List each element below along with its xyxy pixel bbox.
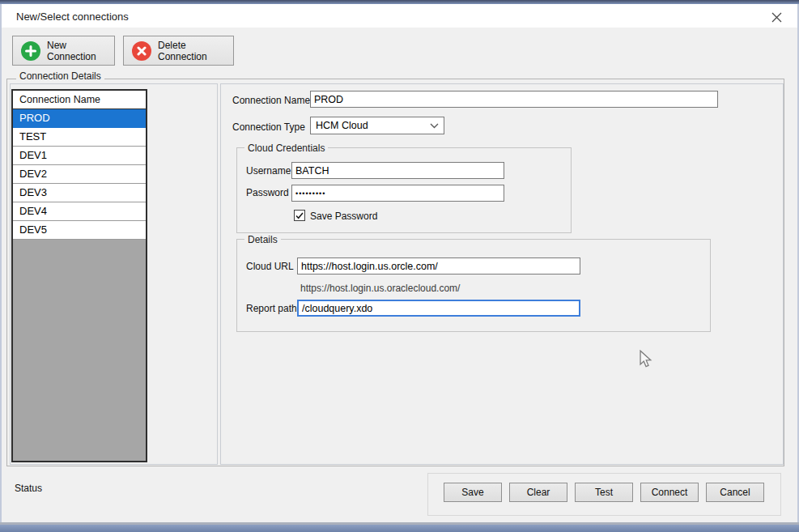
report-path-label: Report path bbox=[246, 303, 297, 314]
save-password-checkbox[interactable] bbox=[294, 210, 305, 221]
connection-list-rows: PRODTESTDEV1DEV2DEV3DEV4DEV5 bbox=[13, 109, 146, 240]
new-connection-label: New Connection bbox=[47, 40, 106, 62]
list-item-dev2[interactable]: DEV2 bbox=[13, 165, 146, 184]
connection-type-select[interactable]: HCM Cloud bbox=[310, 117, 444, 134]
password-label: Password bbox=[246, 187, 289, 198]
delete-connection-label: Delete Connection bbox=[158, 40, 225, 62]
new-connection-button[interactable]: New Connection bbox=[12, 36, 115, 66]
connection-list: Connection Name PRODTESTDEV1DEV2DEV3DEV4… bbox=[11, 89, 147, 462]
save-button[interactable]: Save bbox=[444, 483, 502, 502]
list-item-dev4[interactable]: DEV4 bbox=[13, 202, 146, 221]
connection-type-label: Connection Type bbox=[232, 121, 305, 133]
details-title: Details bbox=[244, 234, 281, 245]
cloud-url-hint: https://host.login.us.oraclecloud.com/ bbox=[300, 283, 460, 294]
check-icon bbox=[295, 212, 304, 219]
connection-list-header[interactable]: Connection Name bbox=[13, 91, 146, 109]
connection-name-input[interactable] bbox=[310, 91, 718, 108]
close-button[interactable] bbox=[768, 9, 784, 25]
list-item-dev5[interactable]: DEV5 bbox=[13, 221, 146, 240]
connection-details-title: Connection Details bbox=[16, 70, 104, 82]
username-label: Username bbox=[246, 165, 291, 177]
list-item-dev1[interactable]: DEV1 bbox=[13, 147, 146, 165]
window-bottom-edge bbox=[0, 525, 799, 532]
delete-connection-button[interactable]: Delete Connection bbox=[123, 36, 234, 66]
x-icon bbox=[132, 41, 151, 61]
connect-button[interactable]: Connect bbox=[640, 483, 699, 502]
plus-icon bbox=[21, 41, 40, 61]
title-bar: New/Select connections bbox=[2, 4, 797, 28]
clear-button[interactable]: Clear bbox=[509, 483, 567, 502]
cloud-credentials-title: Cloud Credentials bbox=[244, 143, 328, 154]
chevron-down-icon bbox=[430, 123, 439, 129]
test-button[interactable]: Test bbox=[575, 483, 633, 502]
report-path-input[interactable] bbox=[297, 300, 580, 317]
window-title: New/Select connections bbox=[16, 11, 129, 23]
connection-type-value: HCM Cloud bbox=[316, 120, 368, 131]
mouse-cursor bbox=[638, 350, 654, 371]
cloud-url-input[interactable] bbox=[297, 257, 580, 275]
close-icon bbox=[771, 12, 782, 23]
cloud-url-label: Cloud URL bbox=[246, 261, 294, 272]
password-input[interactable] bbox=[291, 185, 504, 202]
list-item-dev3[interactable]: DEV3 bbox=[13, 184, 146, 202]
status-label: Status bbox=[15, 483, 42, 494]
save-password-label: Save Password bbox=[310, 211, 377, 222]
list-item-prod[interactable]: PROD bbox=[13, 109, 146, 128]
username-input[interactable] bbox=[291, 162, 504, 179]
cancel-button[interactable]: Cancel bbox=[706, 483, 764, 502]
dialog-window: New/Select connections New Connection De… bbox=[0, 0, 799, 532]
connection-name-label: Connection Name bbox=[232, 95, 310, 106]
window-left-edge bbox=[0, 4, 2, 522]
list-item-test[interactable]: TEST bbox=[13, 128, 146, 147]
